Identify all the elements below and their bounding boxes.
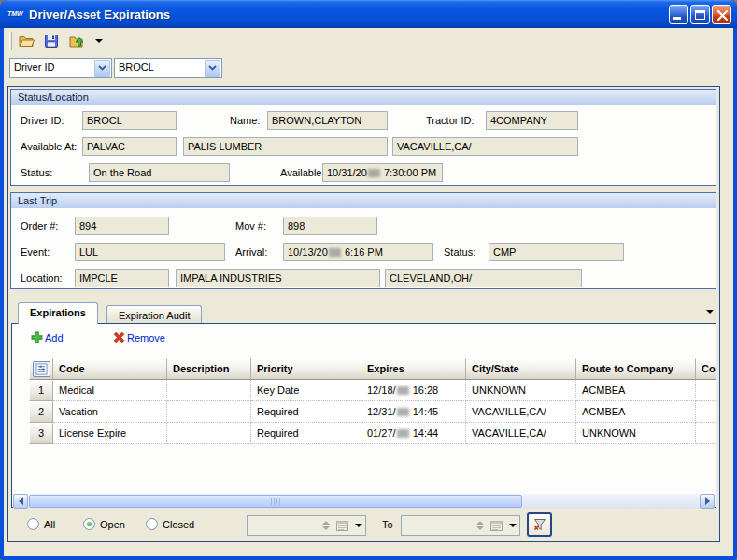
column-header-priority[interactable]: Priority <box>251 358 361 380</box>
location-code-field: IMPCLE <box>75 269 169 287</box>
field-type-dropdown-button[interactable] <box>94 60 110 77</box>
spin-up-icon[interactable] <box>322 521 330 525</box>
main-toolbar <box>4 28 733 54</box>
radio-closed-label: Closed <box>163 519 194 530</box>
row-selector[interactable]: 3 <box>29 423 53 444</box>
column-chooser-button[interactable] <box>33 361 50 377</box>
scrollbar-thumb[interactable] <box>29 495 522 508</box>
radio-open-label: Open <box>100 519 125 530</box>
cell-description[interactable] <box>167 401 251 423</box>
trip-status-field: CMP <box>489 243 624 261</box>
cell-expires[interactable]: 12/31/ 14:45 <box>361 401 466 423</box>
open-button[interactable] <box>15 30 37 52</box>
last-trip-group: Last Trip Order #: 894 Mov #: 898 Event:… <box>10 192 716 289</box>
title-bar[interactable]: TMW Driver/Asset Expirations <box>0 0 737 28</box>
radio-all[interactable] <box>27 518 39 530</box>
date-from-picker[interactable] <box>247 515 366 536</box>
cell-code[interactable]: Vacation <box>53 401 167 423</box>
available-on-field: 10/31/20 7:30:00 PM <box>322 163 443 182</box>
cell-con[interactable] <box>696 380 716 401</box>
scroll-left-button[interactable] <box>13 494 28 509</box>
cell-code[interactable]: Medical <box>53 380 167 401</box>
order-field: 894 <box>75 217 169 235</box>
cell-expires[interactable]: 01/27/ 14:44 <box>361 423 466 444</box>
cell-city-state[interactable]: VACAVILLE,CA/ <box>466 423 576 444</box>
spin-down-icon[interactable] <box>322 526 330 530</box>
driver-id-combobox[interactable]: BROCL <box>114 58 222 78</box>
filter-clear-icon <box>532 517 547 532</box>
mov-label: Mov #: <box>235 220 266 231</box>
export-folder-icon <box>69 34 85 49</box>
cell-expires[interactable]: 12/18/ 16:28 <box>361 380 466 401</box>
dropdown-arrow-icon <box>509 524 517 527</box>
column-header-city-state[interactable]: City/State <box>466 358 576 380</box>
cell-route-to-company[interactable]: ACMBEA <box>576 401 696 423</box>
driver-id-field: BROCL <box>82 111 177 130</box>
table-row[interactable]: 3 License Expire Required 01/27/ 14:44 V… <box>29 423 716 444</box>
expirations-tab-panel: Add Remove <box>11 323 716 508</box>
tractor-id-field: 4COMPANY <box>486 111 578 130</box>
location-city-field: CLEVELAND,OH/ <box>385 269 582 287</box>
calendar-button[interactable] <box>334 518 350 533</box>
order-label: Order #: <box>21 220 58 231</box>
toolbar-overflow-icon <box>95 39 103 43</box>
cell-description[interactable] <box>167 380 251 401</box>
column-header-expires[interactable]: Expires <box>361 358 466 380</box>
cell-priority[interactable]: Key Date <box>251 380 361 401</box>
tab-expiration-audit[interactable]: Expiration Audit <box>106 305 202 323</box>
date-from-dropdown-button[interactable] <box>352 524 365 527</box>
spin-up-icon[interactable] <box>476 521 484 525</box>
close-button[interactable] <box>712 5 731 24</box>
cell-code[interactable]: License Expire <box>53 423 167 444</box>
column-header-route-to-company[interactable]: Route to Company <box>576 358 696 380</box>
cell-city-state[interactable]: VACAVILLE,CA/ <box>466 401 576 423</box>
toolbar-overflow-button[interactable] <box>95 30 103 52</box>
dropdown-chevron-icon <box>98 65 106 71</box>
clear-filter-button[interactable] <box>527 512 552 537</box>
column-header-description[interactable]: Description <box>167 358 251 380</box>
horizontal-scrollbar[interactable] <box>13 494 715 509</box>
save-button[interactable] <box>40 30 63 52</box>
event-field: LUL <box>75 243 225 261</box>
table-row[interactable]: 2 Vacation Required 12/31/ 14:45 VACAVIL… <box>29 401 716 423</box>
date-to-dropdown-button[interactable] <box>506 524 519 527</box>
status-field: On the Road <box>89 163 230 182</box>
date-to-value <box>402 516 474 535</box>
cell-description[interactable] <box>167 423 251 444</box>
table-row[interactable]: 1 Medical Key Date 12/18/ 16:28 UNKNOWN … <box>29 380 716 401</box>
driver-id-dropdown-button[interactable] <box>205 60 220 77</box>
cell-con[interactable] <box>696 423 716 444</box>
add-button-label: Add <box>45 332 64 343</box>
column-header-code[interactable]: Code <box>53 358 167 380</box>
export-button[interactable] <box>65 30 88 52</box>
field-type-value: Driver ID <box>14 62 54 73</box>
maximize-icon <box>695 10 705 20</box>
date-to-picker[interactable] <box>401 515 520 536</box>
cell-route-to-company[interactable]: UNKNOWN <box>576 423 696 444</box>
cell-priority[interactable]: Required <box>251 401 361 423</box>
spin-down-icon[interactable] <box>476 526 484 530</box>
cell-city-state[interactable]: UNKNOWN <box>466 380 576 401</box>
cell-priority[interactable]: Required <box>251 423 361 444</box>
radio-open[interactable] <box>83 518 95 530</box>
minimize-button[interactable] <box>669 5 688 24</box>
field-type-combobox[interactable]: Driver ID <box>9 58 112 78</box>
row-selector[interactable]: 1 <box>29 380 53 401</box>
cell-route-to-company[interactable]: ACMBEA <box>576 380 696 401</box>
driver-id-value: BROCL <box>119 62 154 73</box>
app-window: TMW Driver/Asset Expirations <box>0 0 737 560</box>
cell-con[interactable] <box>696 401 716 423</box>
maximize-button[interactable] <box>690 5 710 24</box>
tab-expirations[interactable]: Expirations <box>18 302 98 324</box>
dropdown-arrow-icon <box>355 524 362 527</box>
add-plus-icon <box>31 331 43 343</box>
scrollbar-grip <box>271 498 281 505</box>
calendar-button[interactable] <box>489 518 504 533</box>
add-button[interactable]: Add <box>31 331 64 343</box>
toolbar-grip[interactable] <box>9 32 12 50</box>
row-selector[interactable]: 2 <box>29 401 53 423</box>
column-header-con[interactable]: Con <box>696 358 716 380</box>
radio-closed[interactable] <box>146 518 158 530</box>
remove-button[interactable]: Remove <box>113 331 165 343</box>
scroll-right-button[interactable] <box>700 494 715 509</box>
